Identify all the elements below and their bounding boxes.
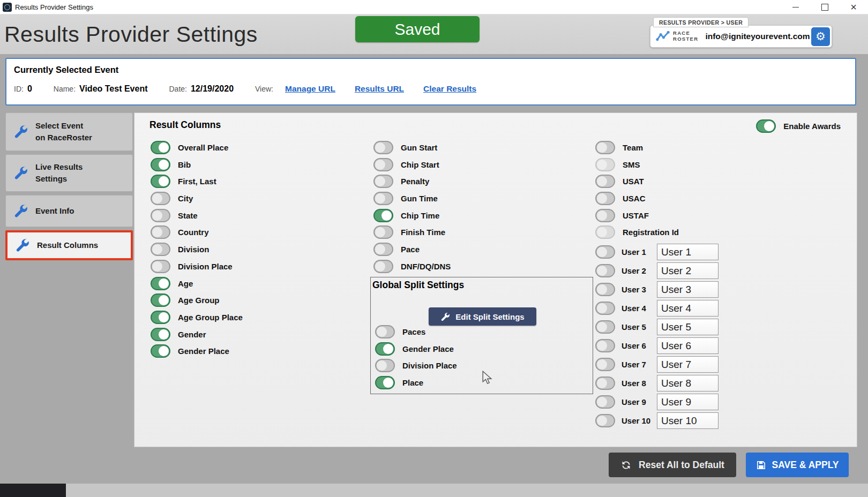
toggle-user-5[interactable] xyxy=(595,320,615,334)
reset-all-button[interactable]: Reset All to Default xyxy=(609,453,736,477)
toggle-enable-awards[interactable] xyxy=(756,119,776,133)
toggle-chip-start[interactable] xyxy=(373,158,393,171)
toggle-dnf-dq-dns[interactable] xyxy=(373,260,393,273)
save-apply-label: SAVE & APPLY xyxy=(772,460,839,471)
brand-line2: ROSTER xyxy=(673,36,698,42)
toggle-user-1[interactable] xyxy=(595,245,615,259)
toggle-first-last[interactable] xyxy=(151,175,170,188)
sidebar-item-live-results-settings[interactable]: Live ResultsSettings xyxy=(5,154,133,192)
toggle-overall-place[interactable] xyxy=(151,141,170,154)
user-10-input[interactable] xyxy=(657,412,719,429)
save-apply-button[interactable]: SAVE & APPLY xyxy=(746,453,849,477)
toggle-label-division-place: Division Place xyxy=(402,361,457,370)
toggle-user-10[interactable] xyxy=(595,414,615,427)
user-7-input[interactable] xyxy=(657,356,719,373)
sidebar-item-label: Result Columns xyxy=(37,239,98,251)
toggle-row: Overall Place xyxy=(151,141,243,154)
toggle-place[interactable] xyxy=(375,376,395,389)
toggle-gender-place[interactable] xyxy=(375,342,395,356)
toggle-state[interactable] xyxy=(151,209,170,222)
user-1-input[interactable] xyxy=(657,244,719,260)
toggle-ustaf[interactable] xyxy=(595,209,615,222)
toggle-row: Country xyxy=(151,225,243,239)
toggle-label-team: Team xyxy=(623,143,643,152)
toggle-label-age: Age xyxy=(178,279,193,288)
toggle-gun-time[interactable] xyxy=(373,192,393,205)
toggle-user-2[interactable] xyxy=(595,264,615,277)
toggle-row: Gender xyxy=(151,328,243,341)
toggle-team[interactable] xyxy=(595,141,615,154)
toggle-age[interactable] xyxy=(151,277,170,290)
toggle-user-9[interactable] xyxy=(595,395,615,409)
link-results-url[interactable]: Results URL xyxy=(355,84,404,94)
toggle-division[interactable] xyxy=(151,243,170,256)
toggle-user-8[interactable] xyxy=(595,376,615,390)
toggle-gun-start[interactable] xyxy=(373,141,393,154)
user-8-input[interactable] xyxy=(657,375,719,391)
toggle-paces[interactable] xyxy=(375,325,395,338)
toggle-division-place[interactable] xyxy=(375,359,395,372)
user-4-input[interactable] xyxy=(657,300,719,317)
race-roster-logo: RACE ROSTER xyxy=(656,30,698,43)
event-name-value: Video Test Event xyxy=(79,84,147,94)
toggle-user-4[interactable] xyxy=(595,302,615,315)
maximize-button[interactable] xyxy=(810,0,839,14)
toggle-label-registration-id: Registration Id xyxy=(623,228,679,237)
toggle-row: City xyxy=(151,192,243,205)
toggle-pace[interactable] xyxy=(373,243,393,256)
toggle-user-6[interactable] xyxy=(595,339,615,352)
toggle-user-3[interactable] xyxy=(595,283,615,296)
toggle-user-7[interactable] xyxy=(595,358,615,371)
toggle-label-paces: Paces xyxy=(402,327,425,336)
toggle-usac[interactable] xyxy=(595,192,615,205)
toggle-chip-time[interactable] xyxy=(373,209,393,222)
event-date-label: Date: xyxy=(169,85,186,93)
toggle-row: First, Last xyxy=(151,175,243,188)
link-clear-results[interactable]: Clear Results xyxy=(423,84,476,94)
toggle-gender[interactable] xyxy=(151,328,170,341)
user-row-3: User 3 xyxy=(595,281,719,298)
toggle-row: Paces xyxy=(375,325,457,338)
toggle-label-first-last: First, Last xyxy=(178,177,216,186)
settings-button[interactable]: ⚙ xyxy=(811,27,830,46)
enable-awards-label: Enable Awards xyxy=(783,122,841,131)
toggle-registration-id[interactable] xyxy=(595,225,615,239)
toggle-label-ustaf: USTAF xyxy=(623,211,649,220)
split-box-title: Global Split Settings xyxy=(372,280,464,291)
toggle-label-gun-time: Gun Time xyxy=(401,194,438,203)
toggle-sms[interactable] xyxy=(595,158,615,171)
toggle-gender-place[interactable] xyxy=(151,344,170,358)
user-6-input[interactable] xyxy=(657,337,719,354)
user-5-input[interactable] xyxy=(657,319,719,335)
header-bar: Results Provider Settings Saved RESULTS … xyxy=(0,14,868,54)
close-button[interactable]: × xyxy=(839,0,868,14)
toggle-usat[interactable] xyxy=(595,175,615,188)
user-row-7: User 7 xyxy=(595,356,719,373)
close-icon: × xyxy=(850,1,857,13)
user-9-input[interactable] xyxy=(657,394,719,410)
toggle-label-penalty: Penalty xyxy=(401,177,429,186)
sidebar-item-event-info[interactable]: Event Info xyxy=(5,195,133,227)
user-row-10: User 10 xyxy=(595,412,719,430)
toggle-division-place[interactable] xyxy=(151,260,170,273)
user-row-6: User 6 xyxy=(595,337,719,355)
toggle-row: Registration Id xyxy=(595,225,679,239)
toggle-age-group[interactable] xyxy=(151,293,170,307)
wrench-icon xyxy=(15,238,29,252)
toggle-country[interactable] xyxy=(151,225,170,239)
toggle-city[interactable] xyxy=(151,192,170,205)
sidebar-item-result-columns[interactable]: Result Columns xyxy=(5,230,133,260)
user-2-input[interactable] xyxy=(657,262,719,279)
event-date-value: 12/19/2020 xyxy=(191,84,234,94)
toggle-penalty[interactable] xyxy=(373,175,393,188)
toggle-age-group-place[interactable] xyxy=(151,311,170,324)
toggle-finish-time[interactable] xyxy=(373,225,393,239)
minimize-button[interactable] xyxy=(781,0,810,14)
sidebar-item-select-event-on-raceroster[interactable]: Select Eventon RaceRoster xyxy=(5,112,133,151)
link-manage-url[interactable]: Manage URL xyxy=(285,84,335,94)
toggle-label-city: City xyxy=(178,194,193,203)
edit-split-settings-button[interactable]: Edit Split Settings xyxy=(429,307,536,326)
user-3-input[interactable] xyxy=(657,281,719,298)
toggle-column-1: Overall PlaceBibFirst, LastCityStateCoun… xyxy=(151,141,243,362)
toggle-bib[interactable] xyxy=(151,158,170,171)
